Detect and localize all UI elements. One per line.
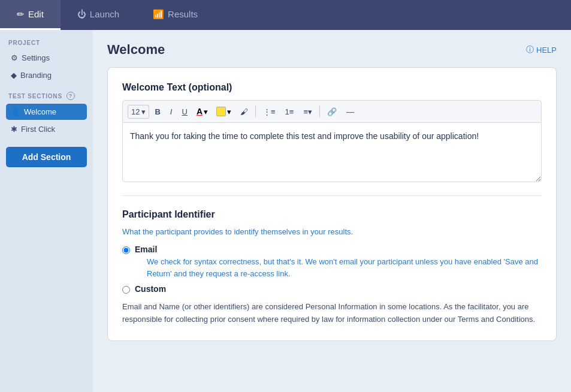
editor-area[interactable]: Thank you for taking the time to complet…	[122, 122, 542, 182]
editor-toolbar: 12 ▾ B I U A ▾ ▾ 🖌	[122, 100, 542, 122]
main-content: Welcome ⓘ HELP Welcome Text (optional) 1…	[93, 30, 571, 392]
tab-launch[interactable]: ⏻ Launch	[61, 0, 136, 30]
eraser-icon: 🖌	[240, 107, 248, 116]
align-button[interactable]: ≡ ▾	[299, 105, 316, 119]
add-section-button[interactable]: Add Section	[6, 147, 87, 167]
font-color-chevron: ▾	[204, 107, 208, 116]
sidebar-first-click-label: First Click	[21, 125, 55, 134]
test-sections-label: TEST SECTIONS ?	[6, 92, 87, 100]
settings-icon: ⚙	[11, 53, 18, 62]
link-button[interactable]: 🔗	[323, 105, 341, 119]
project-section-label: PROJECT	[6, 40, 87, 46]
help-icon: ⓘ	[526, 44, 534, 55]
sidebar: PROJECT ⚙ Settings ◆ Branding TEST SECTI…	[0, 30, 93, 392]
main-card: Welcome Text (optional) 12 ▾ B I U A ▾	[107, 67, 557, 341]
bullet-list-button[interactable]: ⋮≡	[259, 105, 280, 119]
results-icon: 📶	[153, 9, 164, 20]
sidebar-settings-label: Settings	[22, 53, 50, 62]
top-nav: ✏ Edit ⏻ Launch 📶 Results	[0, 0, 571, 30]
sidebar-item-settings[interactable]: ⚙ Settings	[6, 50, 87, 66]
page-title: Welcome	[107, 42, 165, 58]
font-size-selector[interactable]: 12 ▾	[128, 105, 149, 119]
help-link[interactable]: ⓘ HELP	[526, 44, 557, 55]
participant-identifier-section: Participant Identifier What the particip…	[122, 209, 542, 326]
font-size-chevron: ▾	[141, 107, 146, 116]
align-icon: ≡	[303, 107, 308, 116]
participant-identifier-subtitle: What the participant provides to identif…	[122, 227, 542, 236]
highlight-color-button[interactable]: ▾	[213, 104, 235, 119]
section-divider	[122, 195, 542, 196]
font-color-button[interactable]: A ▾	[193, 104, 212, 119]
tab-edit[interactable]: ✏ Edit	[0, 0, 61, 30]
hr-icon: —	[346, 107, 354, 116]
welcome-text-title: Welcome Text (optional)	[122, 82, 542, 93]
numbered-list-icon: 1≡	[285, 107, 294, 116]
custom-radio[interactable]	[122, 286, 130, 294]
page-header: Welcome ⓘ HELP	[107, 42, 557, 58]
participant-identifier-title: Participant Identifier	[122, 209, 542, 220]
bold-button[interactable]: B	[150, 105, 164, 119]
identifier-radio-group: Email We check for syntax correctness, b…	[122, 245, 542, 294]
email-option: Email We check for syntax correctness, b…	[122, 245, 542, 279]
highlight-swatch	[216, 107, 226, 116]
custom-option: Custom	[122, 284, 542, 294]
custom-label[interactable]: Custom	[135, 284, 166, 294]
toolbar-separator-2	[319, 105, 320, 117]
email-radio[interactable]	[122, 246, 130, 254]
toolbar-separator-1	[255, 105, 256, 117]
sidebar-item-first-click[interactable]: ✱ First Click	[6, 121, 87, 137]
hr-button[interactable]: —	[342, 105, 358, 119]
align-chevron: ▾	[308, 107, 312, 116]
sidebar-branding-label: Branding	[20, 71, 52, 80]
tab-results-label: Results	[168, 9, 198, 19]
font-size-value: 12	[131, 107, 140, 116]
email-label[interactable]: Email	[135, 245, 157, 254]
custom-option-content: Custom	[135, 284, 166, 294]
eraser-button[interactable]: 🖌	[236, 105, 252, 119]
branding-icon: ◆	[11, 71, 17, 80]
sidebar-welcome-label: Welcome	[24, 107, 56, 116]
italic-button[interactable]: I	[166, 105, 177, 119]
tab-results[interactable]: 📶 Results	[136, 0, 214, 30]
sidebar-item-welcome[interactable]: 👤 Welcome	[6, 104, 87, 120]
highlight-chevron: ▾	[227, 107, 231, 116]
link-icon: 🔗	[327, 107, 337, 116]
edit-icon: ✏	[17, 9, 25, 20]
underline-button[interactable]: U	[177, 105, 191, 119]
launch-icon: ⏻	[77, 9, 86, 19]
email-description: We check for syntax correctness, but tha…	[147, 256, 542, 279]
welcome-text-section: Welcome Text (optional) 12 ▾ B I U A ▾	[122, 82, 542, 182]
privacy-note: Email and Name (or other identifiers) ar…	[122, 301, 542, 326]
bullet-list-icon: ⋮≡	[263, 107, 276, 116]
help-label: HELP	[536, 46, 557, 55]
font-color-label: A	[197, 107, 203, 116]
test-sections-help-icon[interactable]: ?	[67, 92, 75, 100]
email-option-content: Email We check for syntax correctness, b…	[135, 245, 542, 279]
numbered-list-button[interactable]: 1≡	[281, 105, 298, 119]
layout: PROJECT ⚙ Settings ◆ Branding TEST SECTI…	[0, 30, 571, 392]
tab-edit-label: Edit	[28, 9, 44, 19]
first-click-icon: ✱	[11, 125, 17, 134]
welcome-icon: 👤	[11, 107, 20, 116]
tab-launch-label: Launch	[90, 9, 119, 19]
sidebar-item-branding[interactable]: ◆ Branding	[6, 67, 87, 83]
editor-content: Thank you for taking the time to complet…	[130, 131, 479, 141]
